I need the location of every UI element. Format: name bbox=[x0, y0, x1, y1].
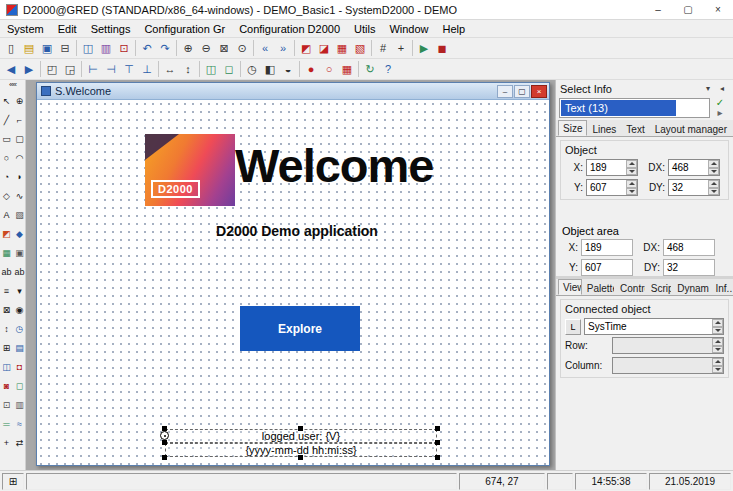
picture-window-titlebar[interactable]: S.Welcome – ▢ × bbox=[37, 83, 549, 100]
area-y-field[interactable]: 607 bbox=[581, 259, 633, 276]
align-top-icon[interactable]: ⊤ bbox=[120, 60, 138, 78]
bring-to-front-icon[interactable]: ◰ bbox=[43, 60, 61, 78]
welcome-text-object[interactable]: Welcome bbox=[235, 138, 434, 193]
row-field[interactable] bbox=[612, 337, 724, 354]
combo-box-tool[interactable]: ▾ bbox=[13, 281, 26, 300]
refresh-icon[interactable]: ↻ bbox=[361, 60, 379, 78]
tab[interactable]: Lines bbox=[587, 121, 621, 136]
objects-browser-icon[interactable]: ⊡ bbox=[115, 39, 133, 57]
selection-list[interactable]: Text (13) bbox=[559, 98, 710, 118]
menu-item[interactable]: System bbox=[0, 20, 51, 38]
menu-item[interactable]: Window bbox=[382, 20, 435, 38]
selection-handle[interactable] bbox=[298, 455, 303, 460]
menu-item[interactable]: Utils bbox=[347, 20, 382, 38]
area-x-field[interactable]: 189 bbox=[581, 239, 633, 256]
menu-item[interactable]: Settings bbox=[84, 20, 138, 38]
back-icon[interactable]: ◀ bbox=[2, 60, 20, 78]
entry-field-tool[interactable]: ab bbox=[0, 262, 13, 281]
tab[interactable]: Inf... bbox=[710, 280, 733, 295]
static-text-tool[interactable]: ab bbox=[13, 262, 26, 281]
disconnect-object-icon[interactable]: ○ bbox=[320, 60, 338, 78]
zoom-out-icon[interactable]: ⊖ bbox=[197, 39, 215, 57]
minimize-button[interactable]: – bbox=[643, 0, 673, 19]
logo-image[interactable]: D2000 bbox=[145, 134, 235, 206]
menu-item[interactable]: Configuration D2000 bbox=[232, 20, 347, 38]
ungroup-icon[interactable]: ◻ bbox=[220, 60, 238, 78]
open-graph-icon[interactable]: ◫ bbox=[79, 39, 97, 57]
windows-control-tool[interactable]: ◫ bbox=[0, 357, 13, 376]
save-picture-d2000-icon[interactable]: ◪ bbox=[315, 39, 333, 57]
object-y-field[interactable]: 607 bbox=[586, 179, 638, 196]
tab[interactable]: Size bbox=[558, 120, 587, 136]
selection-anchor[interactable] bbox=[160, 431, 169, 440]
freehand-tool[interactable]: ∿ bbox=[13, 186, 26, 205]
ellipse-tool[interactable]: ○ bbox=[0, 148, 13, 167]
spin-down[interactable] bbox=[626, 188, 637, 196]
selection-handle[interactable] bbox=[435, 455, 440, 460]
radio-button-tool[interactable]: ◉ bbox=[13, 300, 26, 319]
ole-tool[interactable]: ⊡ bbox=[0, 395, 13, 414]
connected-object-field[interactable]: SysTime bbox=[584, 318, 724, 335]
help-icon[interactable]: ? bbox=[379, 60, 397, 78]
show-grid-icon[interactable]: # bbox=[374, 39, 392, 57]
print-icon[interactable]: ⊟ bbox=[56, 39, 74, 57]
spin-up[interactable] bbox=[712, 338, 723, 346]
d2000-object-tool[interactable]: ◙ bbox=[0, 376, 13, 395]
next-picture-icon[interactable]: » bbox=[274, 39, 292, 57]
fill-color-icon[interactable]: ◆ bbox=[13, 224, 26, 243]
text-tool[interactable]: A bbox=[0, 205, 13, 224]
polygon-tool[interactable]: ◇ bbox=[0, 186, 13, 205]
same-height-icon[interactable]: ↕ bbox=[179, 60, 197, 78]
group-object-tool[interactable]: ◻ bbox=[13, 376, 26, 395]
select-tool[interactable]: ↖ bbox=[0, 91, 13, 110]
rotate-icon[interactable]: ◷ bbox=[243, 60, 261, 78]
selection-handle[interactable] bbox=[435, 440, 440, 445]
spin-up[interactable] bbox=[626, 160, 637, 168]
spin-up[interactable] bbox=[708, 160, 719, 168]
line-tool[interactable]: ╱ bbox=[0, 110, 13, 129]
check-box-tool[interactable]: ⊠ bbox=[0, 300, 13, 319]
frame-3d-tool[interactable]: ▧ bbox=[13, 205, 26, 224]
active-picture-tool[interactable]: ◘ bbox=[13, 357, 26, 376]
pictures-list-icon[interactable]: ▥ bbox=[97, 39, 115, 57]
tab[interactable]: Layout manager bbox=[650, 121, 732, 136]
menu-item[interactable]: Edit bbox=[51, 20, 84, 38]
explore-button-object[interactable]: Explore bbox=[240, 306, 360, 351]
close-button[interactable]: × bbox=[703, 0, 733, 19]
tab[interactable]: Script bbox=[646, 280, 672, 295]
chevron-down-icon[interactable]: ▾ bbox=[701, 82, 715, 95]
tab[interactable]: Control bbox=[615, 280, 646, 295]
column-field[interactable] bbox=[612, 357, 724, 374]
zoom-in-icon[interactable]: ⊕ bbox=[179, 39, 197, 57]
graph-list-icon[interactable]: ▧ bbox=[351, 39, 369, 57]
spin-up[interactable] bbox=[712, 358, 723, 366]
object-dx-field[interactable]: 468 bbox=[668, 159, 720, 176]
chord-tool[interactable]: ◗ bbox=[13, 167, 26, 186]
stop-mode-icon[interactable]: ◼ bbox=[433, 39, 451, 57]
logged-user-text-object[interactable]: logged user: {V} bbox=[165, 429, 437, 443]
spin-down[interactable] bbox=[712, 327, 723, 335]
group-icon[interactable]: ◫ bbox=[202, 60, 220, 78]
selection-handle[interactable] bbox=[298, 426, 303, 431]
undo-icon[interactable]: ↶ bbox=[138, 39, 156, 57]
redo-icon[interactable]: ↷ bbox=[156, 39, 174, 57]
flip-vertical-icon[interactable]: ◒ bbox=[279, 60, 297, 78]
menu-item[interactable]: Configuration Gr bbox=[137, 20, 232, 38]
scheme-list-icon[interactable]: ▦ bbox=[333, 39, 351, 57]
tab[interactable]: Dynamics bbox=[672, 280, 710, 295]
object-dy-field[interactable]: 32 bbox=[668, 179, 720, 196]
rectangle-tool[interactable]: ▭ bbox=[0, 129, 13, 148]
flip-horizontal-icon[interactable]: ◧ bbox=[261, 60, 279, 78]
spin-down[interactable] bbox=[712, 346, 723, 354]
align-right-icon[interactable]: ⊣ bbox=[102, 60, 120, 78]
picture-maximize-button[interactable]: ▢ bbox=[514, 85, 530, 98]
anchor-tool[interactable]: + bbox=[0, 433, 13, 452]
snap-grid-icon[interactable]: + bbox=[392, 39, 410, 57]
pan-tool[interactable]: ⇄ bbox=[13, 433, 26, 452]
zoom-100-icon[interactable]: ⊙ bbox=[233, 39, 251, 57]
area-dy-field[interactable]: 32 bbox=[663, 259, 715, 276]
picture-minimize-button[interactable]: – bbox=[497, 85, 513, 98]
object-x-field[interactable]: 189 bbox=[586, 159, 638, 176]
new-scheme-icon[interactable]: ▯ bbox=[2, 39, 20, 57]
align-left-icon[interactable]: ⊢ bbox=[84, 60, 102, 78]
